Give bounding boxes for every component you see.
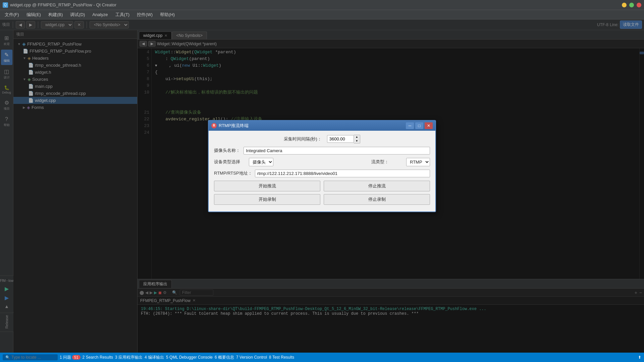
status-tab-issues[interactable]: 1 问题 51 <box>60 355 80 360</box>
modal-btn-row-1: 开始推流 停止推流 <box>214 181 430 191</box>
menu-controls[interactable]: 控件(W) <box>133 10 156 19</box>
spinbox-up-btn[interactable]: ▲ <box>354 135 360 139</box>
menu-edit[interactable]: 编辑(E) <box>23 10 44 19</box>
menu-tools[interactable]: 工具(T) <box>112 10 133 19</box>
modal-body: 采集时间间隔(秒)： ▲ ▼ 摄像头名称： 设备类型 <box>209 131 435 212</box>
start-push-btn[interactable]: 开始推流 <box>214 181 320 191</box>
menu-build[interactable]: 构建(B) <box>45 10 66 19</box>
status-expand-icon[interactable]: ⬆ <box>638 355 641 360</box>
camera-label: 摄像头名称： <box>214 147 241 154</box>
title-bar: Q widget.cpp @ FFMPEG_RTMP_PushFlow - Qt… <box>0 0 644 10</box>
menu-help[interactable]: 帮助(H) <box>157 10 178 19</box>
modal-maximize-btn[interactable]: □ <box>415 122 423 129</box>
device-type-select[interactable]: 摄像头 桌面 <box>249 158 273 166</box>
modal-minimize-btn[interactable]: ─ <box>406 122 414 129</box>
stream-type-select[interactable]: RTMP RTSP <box>406 158 430 166</box>
status-bar: 🔍 1 问题 51 2 Search Results 3 应用程序输出 4 编译… <box>0 353 644 362</box>
stop-record-btn[interactable]: 停止录制 <box>324 194 430 205</box>
search-icon: 🔍 <box>5 355 10 360</box>
locate-input[interactable] <box>11 355 55 360</box>
stream-type-label: 流类型： <box>371 159 398 165</box>
issue-badge: 51 <box>72 355 80 360</box>
modal-row-interval: 采集时间间隔(秒)： ▲ ▼ <box>214 135 430 143</box>
modal-icon: R <box>211 123 217 128</box>
status-tab-vcs[interactable]: 7 Version Control <box>236 355 267 360</box>
modal-title-bar: R RTMP推流终端 ─ □ ✕ <box>209 121 435 131</box>
modal-close-btn[interactable]: ✕ <box>425 122 433 129</box>
modal-row-device-type: 设备类型选择 摄像头 桌面 流类型： RTMP RTSP <box>214 158 430 166</box>
modal-row-rtmp: RTMP/RTSP地址： <box>214 170 430 177</box>
interval-label: 采集时间间隔(秒)： <box>284 136 322 142</box>
rtmp-modal: R RTMP推流终端 ─ □ ✕ 采集时间间隔(秒)： ▲ <box>208 120 436 212</box>
spinbox-buttons: ▲ ▼ <box>354 135 360 143</box>
camera-name-input[interactable] <box>244 147 430 155</box>
maximize-button[interactable] <box>629 3 634 7</box>
status-tab-qml[interactable]: 5 QML Debugger Console <box>166 355 213 360</box>
rtmp-url-input[interactable] <box>255 170 430 177</box>
stop-push-btn[interactable]: 停止推流 <box>324 181 430 191</box>
status-tab-search[interactable]: 2 Search Results <box>83 355 113 360</box>
menu-debug[interactable]: 调试(D) <box>67 10 88 19</box>
status-tab-tests[interactable]: 8 Test Results <box>269 355 294 360</box>
status-left: 🔍 1 问题 51 2 Search Results 3 应用程序输出 4 编译… <box>3 354 294 360</box>
menu-bar: 文件(F) 编辑(E) 构建(B) 调试(D) Analyze 工具(T) 控件… <box>0 10 644 19</box>
menu-file[interactable]: 文件(F) <box>1 10 22 19</box>
status-right: ⬆ <box>638 355 641 360</box>
modal-overlay: R RTMP推流终端 ─ □ ✕ 采集时间间隔(秒)： ▲ <box>0 19 644 353</box>
status-search[interactable]: 🔍 <box>3 354 58 360</box>
interval-input[interactable] <box>327 135 354 143</box>
status-tab-compile[interactable]: 4 编译输出 <box>145 355 164 360</box>
spinbox-down-btn[interactable]: ▼ <box>354 139 360 143</box>
interval-spinbox[interactable]: ▲ ▼ <box>327 135 360 143</box>
device-type-label: 设备类型选择 <box>214 159 241 165</box>
issue-label: 问题 <box>63 355 71 360</box>
start-record-btn[interactable]: 开始录制 <box>214 194 320 205</box>
modal-title-text: RTMP推流终端 <box>219 123 249 129</box>
modal-btn-row-2: 开始录制 停止录制 <box>214 194 430 205</box>
minimize-button[interactable] <box>622 3 627 7</box>
status-tab-output[interactable]: 3 应用程序输出 <box>115 355 143 360</box>
status-tab-summary[interactable]: 6 概要信息 <box>215 355 234 360</box>
menu-analyze[interactable]: Analyze <box>89 11 111 18</box>
rtmp-label: RTMP/RTSP地址： <box>214 170 252 176</box>
window-title: widget.cpp @ FFMPEG_RTMP_PushFlow - Qt C… <box>10 2 116 7</box>
modal-title: R RTMP推流终端 <box>211 123 249 129</box>
modal-controls: ─ □ ✕ <box>406 122 433 129</box>
modal-row-camera: 摄像头名称： <box>214 147 430 155</box>
close-button[interactable] <box>637 3 641 7</box>
app-icon: Q <box>3 2 8 8</box>
